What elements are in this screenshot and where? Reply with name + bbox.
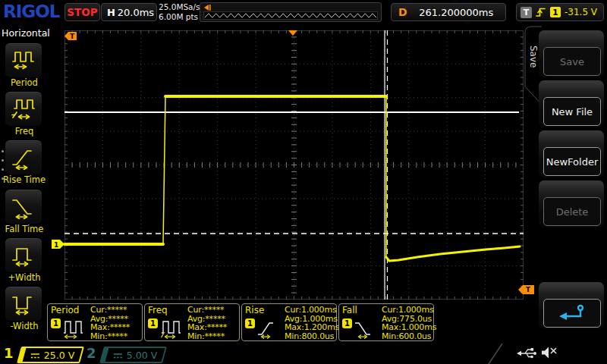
sidebar-item-label: +Width: [0, 272, 49, 283]
measurement-name: Freq: [148, 305, 168, 315]
channel-badge: 1: [245, 318, 255, 328]
run-state-button[interactable]: STOP: [64, 3, 100, 21]
channel-badge: 1: [342, 318, 352, 328]
channel1-number[interactable]: 1: [4, 345, 14, 361]
measurement-name: Rise: [245, 305, 264, 315]
delete-button[interactable]: Delete: [543, 197, 601, 226]
left-menu-title: Horizontal: [2, 27, 50, 39]
trigger-position-marker-icon: [203, 4, 212, 11]
freq-icon: [5, 92, 42, 126]
channel-badge: 1: [148, 318, 158, 328]
trigger-edge-rising-icon: [536, 6, 546, 18]
oscilloscope-screen: RIGOL STOP H 20.0ms 25.0MSa/s 6.00M pts …: [0, 0, 607, 364]
channel1-scale: 25.0 V: [44, 350, 74, 361]
measurement-panel-freq: Freq 1 Cur:***** Avg:***** Max:***** Min…: [144, 303, 240, 341]
new-folder-button[interactable]: NewFolder: [543, 147, 601, 176]
trigger-label: T: [521, 7, 532, 18]
fall-time-icon: [354, 319, 380, 339]
menu-tab-title: Save: [528, 46, 539, 67]
menu-page-dot: [2, 177, 4, 180]
sidebar-item-label: Fall Time: [0, 224, 49, 234]
rise-time-icon: [257, 319, 283, 339]
measurement-panel-fall: Fall 1 Cur:1.000ms Avg:775.0us Max:1.000…: [338, 303, 434, 341]
sidebar-item-label: Freq: [0, 126, 49, 136]
trigger-level-value: -31.5 V: [565, 7, 597, 17]
measurement-name: Period: [51, 305, 79, 315]
menu-page-dot: [2, 168, 4, 171]
sample-rate: 25.0MSa/s: [159, 2, 200, 12]
speaker-muted-icon: [540, 345, 560, 360]
sidebar-item-label: -Width: [0, 321, 49, 331]
timebase-value: 20.0ms: [115, 7, 156, 18]
measurement-name: Fall: [342, 305, 357, 315]
channel2-scale-chip[interactable]: 5.00 V: [99, 347, 167, 363]
waveform-overview-bar: [200, 2, 382, 22]
freq-icon: [160, 319, 186, 339]
menu-page-dot: [2, 150, 4, 152]
svg-text:1: 1: [54, 241, 58, 249]
dc-coupling-icon: [113, 351, 123, 359]
delay-readout[interactable]: D 261.200000ms: [391, 3, 506, 21]
delay-label: D: [398, 6, 407, 18]
delay-value: 261.200000ms: [407, 7, 505, 18]
svg-text:T: T: [70, 33, 75, 40]
sidebar-item-label: Period: [0, 77, 49, 88]
svg-text:T: T: [526, 286, 530, 293]
acquisition-readout: 25.0MSa/s 6.00M pts: [159, 2, 200, 21]
usb-icon: [516, 347, 537, 359]
dc-coupling-icon: [30, 351, 40, 359]
fall-time-icon: [5, 190, 42, 224]
new-file-button[interactable]: New File: [543, 97, 601, 126]
rise-time-icon: [5, 140, 42, 174]
memory-depth: 6.00M pts: [159, 12, 200, 22]
channel2-number[interactable]: 2: [86, 345, 96, 361]
period-icon: [63, 319, 89, 339]
sidebar-item-label: Rise Time: [0, 174, 49, 185]
measurement-panel-period: Period 1 Cur:***** Avg:***** Max:***** M…: [47, 303, 143, 341]
overview-waveform-strip: [203, 11, 378, 20]
channel2-scale: 5.00 V: [127, 350, 157, 361]
return-arrow-icon: [557, 303, 587, 323]
timebase-box[interactable]: H 20.0ms: [101, 3, 157, 21]
neg-width-icon: [5, 287, 42, 321]
measurement-panel-rise: Rise 1 Cur:1.000ms Avg:1.000ms Max:1.200…: [241, 303, 337, 341]
rigol-logo: RIGOL: [3, 2, 59, 21]
trigger-source-badge: 1: [550, 7, 561, 17]
run-state-label: STOP: [67, 6, 97, 18]
channel1-scale-chip[interactable]: 25.0 V: [17, 347, 84, 363]
trigger-readout[interactable]: T 1 -31.5 V: [516, 3, 604, 21]
period-icon: [5, 43, 42, 77]
menu-page-dot: [2, 159, 4, 162]
horizontal-label: H: [107, 7, 115, 18]
save-button[interactable]: Save: [543, 47, 601, 76]
statusbar-divider: [486, 344, 504, 364]
pos-width-icon: [5, 238, 42, 272]
waveform-display: 1TT: [64, 30, 524, 300]
return-button[interactable]: [543, 299, 601, 328]
channel-badge: 1: [51, 318, 61, 328]
